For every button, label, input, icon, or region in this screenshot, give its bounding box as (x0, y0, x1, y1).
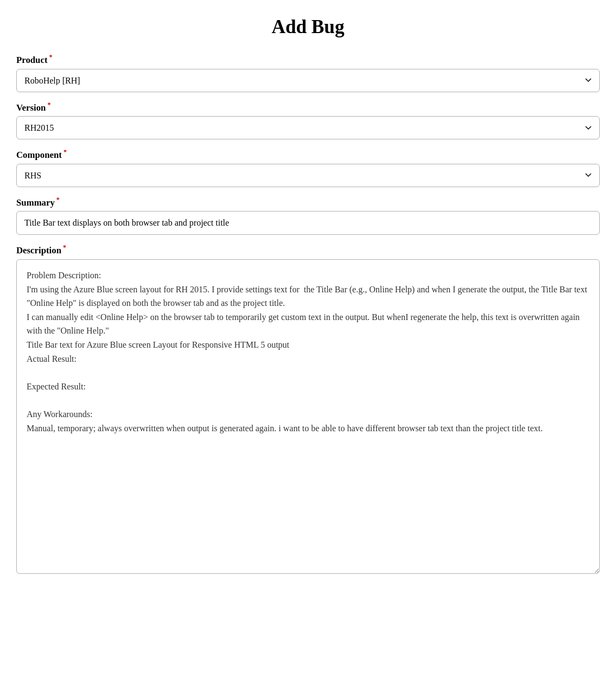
product-required-star: * (48, 53, 53, 61)
version-select[interactable]: RH2015 (16, 116, 600, 139)
summary-input[interactable] (16, 211, 600, 235)
description-textarea[interactable] (16, 259, 600, 574)
version-label: Version * (16, 101, 600, 113)
summary-group: Summary * (16, 196, 600, 235)
page-title: Add Bug (16, 16, 600, 38)
product-select[interactable]: RoboHelp [RH] (16, 69, 600, 92)
description-required-star: * (61, 244, 66, 251)
version-required-star: * (46, 101, 50, 108)
summary-label: Summary * (16, 196, 600, 208)
component-label: Component * (16, 148, 600, 161)
version-group: Version * RH2015 (16, 101, 600, 140)
summary-required-star: * (55, 196, 60, 203)
description-label: Description * (16, 244, 600, 256)
description-group: Description * (16, 244, 600, 576)
component-required-star: * (62, 148, 67, 156)
product-group: Product * RoboHelp [RH] (16, 53, 600, 92)
component-group: Component * RHS (16, 148, 600, 187)
product-label: Product * (16, 53, 600, 66)
component-select[interactable]: RHS (16, 164, 600, 187)
